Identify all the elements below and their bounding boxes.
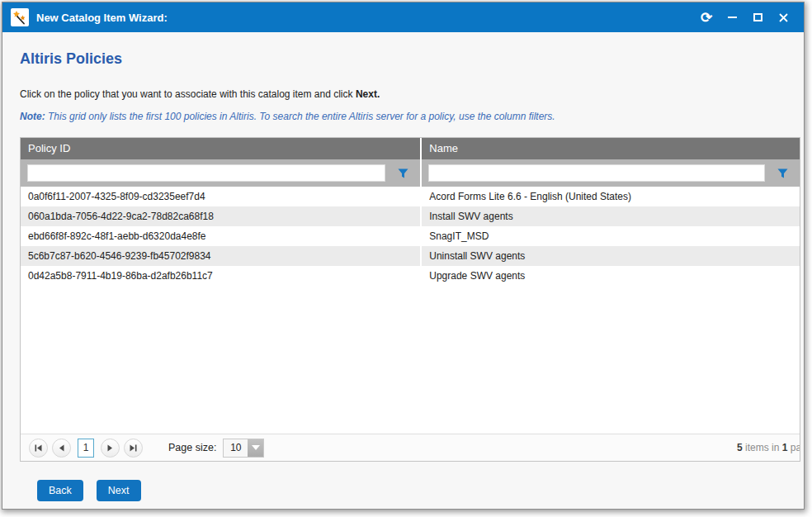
wizard-content: Altiris Policies Click on the policy tha… — [2, 32, 804, 509]
policy-id-cell: 0d42a5b8-7911-4b19-86ba-d2afb26b11c7 — [21, 266, 420, 286]
instruction-text: Click on the policy that you want to ass… — [20, 88, 800, 100]
first-page-icon[interactable] — [29, 439, 48, 458]
last-page-icon[interactable] — [124, 439, 143, 458]
wizard-footer: Back Next — [37, 480, 800, 501]
policy-id-filter-input[interactable] — [27, 164, 385, 182]
page-size-select[interactable]: 10 — [223, 439, 264, 458]
wizard-icon — [11, 8, 29, 26]
policy-id-cell: ebd66f8f-892c-48f1-aebb-d6320da4e8fe — [21, 226, 420, 246]
items-count-status: 5 items in 1 pages — [737, 442, 800, 453]
name-cell: Uninstall SWV agents — [420, 246, 800, 266]
name-cell: Upgrade SWV agents — [420, 266, 800, 286]
table-row[interactable]: 060a1bda-7056-4d22-9ca2-78d82ca68f18 Ins… — [21, 206, 800, 226]
current-page-indicator[interactable]: 1 — [78, 439, 94, 458]
name-cell: SnagIT_MSD — [420, 226, 800, 246]
minimize-icon[interactable] — [720, 7, 744, 28]
table-row[interactable]: ebd66f8f-892c-48f1-aebb-d6320da4e8fe Sna… — [21, 226, 800, 246]
maximize-icon[interactable] — [745, 7, 770, 28]
next-page-icon[interactable] — [101, 439, 120, 458]
column-header-policy-id[interactable]: Policy ID — [21, 138, 420, 159]
column-header-name[interactable]: Name — [420, 138, 800, 159]
refresh-icon[interactable]: ⟳ — [694, 7, 719, 28]
table-row[interactable]: 0d42a5b8-7911-4b19-86ba-d2afb26b11c7 Upg… — [21, 266, 800, 286]
pages-text: pages — [787, 442, 800, 453]
filter-icon[interactable] — [385, 159, 420, 187]
name-filter-input[interactable] — [428, 164, 765, 182]
filter-icon[interactable] — [765, 159, 800, 187]
next-button[interactable]: Next — [97, 480, 141, 501]
policy-id-filter-cell — [21, 159, 420, 187]
items-text: items in — [743, 442, 782, 453]
policy-id-cell: 060a1bda-7056-4d22-9ca2-78d82ca68f18 — [21, 206, 420, 226]
grid-header: Policy ID Name — [21, 138, 800, 159]
policies-grid: Policy ID Name 0a0f6f11-20 — [20, 137, 800, 462]
name-cell: Install SWV agents — [420, 206, 800, 226]
chevron-down-icon[interactable] — [248, 439, 263, 457]
instruction-bold: Next. — [356, 88, 380, 100]
close-icon[interactable] — [771, 7, 795, 28]
window-controls: ⟳ — [693, 7, 795, 28]
back-button[interactable]: Back — [37, 480, 83, 501]
page-size-label: Page size: — [168, 442, 216, 453]
wizard-window: New Catalog Item Wizard: ⟳ Altiris Polic… — [2, 2, 805, 510]
policy-id-cell: 0a0f6f11-2007-4325-8f09-cd3235eef7d4 — [21, 187, 420, 206]
policy-id-cell: 5c6b7c87-b620-4546-9239-fb45702f9834 — [21, 246, 420, 266]
name-filter-cell — [420, 159, 800, 187]
prev-page-icon[interactable] — [52, 439, 71, 458]
page-title: Altiris Policies — [20, 50, 800, 68]
titlebar: New Catalog Item Wizard: ⟳ — [2, 2, 804, 32]
instruction-prefix: Click on the policy that you want to ass… — [20, 88, 356, 100]
name-cell: Acord Forms Lite 6.6 - English (United S… — [420, 187, 800, 206]
grid-empty-area — [21, 286, 800, 434]
note-body: This grid only lists the first 100 polic… — [45, 111, 555, 122]
items-count: 5 — [737, 442, 743, 453]
grid-pager: 1 Page size: 10 5 items in 1 pages — [21, 434, 800, 461]
note-text: Note: This grid only lists the first 100… — [20, 111, 800, 122]
table-row[interactable]: 0a0f6f11-2007-4325-8f09-cd3235eef7d4 Aco… — [21, 187, 800, 206]
page-size-value: 10 — [224, 439, 248, 457]
table-row[interactable]: 5c6b7c87-b620-4546-9239-fb45702f9834 Uni… — [21, 246, 800, 266]
window-title: New Catalog Item Wizard: — [36, 12, 168, 24]
grid-filter-row — [21, 159, 800, 187]
note-label: Note: — [20, 111, 45, 122]
